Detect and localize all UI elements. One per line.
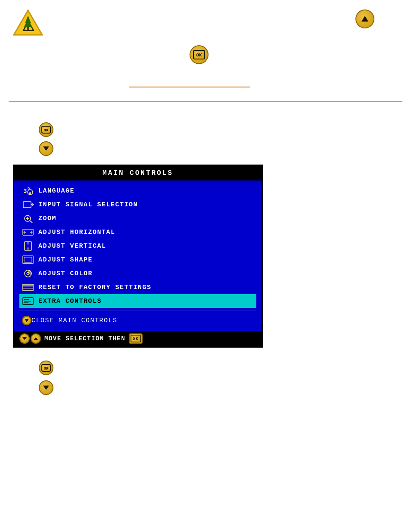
footer-instruction: MOVE SELECTION THEN [44,335,125,342]
svg-text:Ω: Ω [29,191,31,195]
menu-item-zoom[interactable]: ZOOM [19,212,256,225]
menu-item-adjust-color[interactable]: ADJUST COLOR [19,267,256,280]
menu-item-adjust-shape[interactable]: ADJUST SHAPE [19,253,256,267]
ok-icon-bottom[interactable]: OK [39,361,53,375]
svg-line-21 [30,221,32,223]
menu-item-zoom-label: ZOOM [38,215,56,222]
menu-item-adjust-horizontal[interactable]: ADJUST HORIZONTAL [19,225,256,239]
adjust-horizontal-icon [22,227,34,237]
svg-rect-39 [24,257,32,262]
svg-marker-50 [25,319,29,322]
pre-menu-steps: OK [0,114,411,156]
svg-text:OK: OK [133,337,139,341]
menu-item-language-label: LANGUAGE [38,187,75,195]
ok-icon-top[interactable]: OK [190,45,209,64]
close-label: CLOSE MAIN CONTROLS [31,317,118,324]
description-block [0,102,411,114]
step-down-arrow [39,141,398,156]
svg-text:OK: OK [44,128,49,133]
bottom-down-arrow [13,380,398,395]
menu-item-input-label: INPUT SIGNAL SELECTION [38,201,138,208]
bottom-section: OK [0,356,411,399]
menu-item-horiz-label: ADJUST HORIZONTAL [38,229,115,236]
menu-item-vert-label: ADJUST VERTICAL [38,243,106,250]
menu-item-language[interactable]: 3 ? Ω LANGUAGE [19,184,256,198]
osd-menu-divider [19,311,256,311]
down-arrow-icon-bottom[interactable] [39,380,53,395]
osd-menu-items: 3 ? Ω LANGUAGE INPUT SIGNAL SELECTION [14,180,262,331]
extra-controls-icon [22,296,34,306]
up-arrow-icon[interactable] [355,9,374,28]
menu-item-input-signal[interactable]: INPUT SIGNAL SELECTION [19,198,256,212]
osd-menu: MAIN CONTROLS 3 ? Ω LANGUAGE [13,165,263,348]
menu-item-close[interactable]: CLOSE MAIN CONTROLS [19,314,256,327]
svg-text:OK: OK [44,367,49,371]
header-section: ⚠ ! OK [0,0,411,95]
svg-text:OK: OK [196,53,202,58]
svg-marker-11 [43,146,49,151]
svg-marker-52 [34,337,38,340]
menu-item-reset-label: RESET TO FACTORY SETTINGS [38,284,152,291]
adjust-color-icon [22,269,34,278]
zoom-icon [22,214,34,223]
osd-footer: MOVE SELECTION THEN OK [14,331,262,346]
warning-icon: ⚠ ! [13,9,43,38]
close-icon [22,316,31,325]
step-ok-icon: OK [39,122,398,137]
svg-marker-6 [361,16,368,22]
menu-item-adjust-vertical[interactable]: ADJUST VERTICAL [19,239,256,253]
menu-item-shape-label: ADJUST SHAPE [38,256,93,264]
osd-title: MAIN CONTROLS [14,166,262,180]
menu-item-color-label: ADJUST COLOR [38,270,93,277]
language-icon: 3 ? Ω [22,186,34,196]
adjust-vertical-icon [22,241,34,251]
down-arrow-badge[interactable] [39,141,53,156]
input-signal-icon [22,200,34,209]
adjust-shape-icon [22,255,34,264]
ok-step-badge[interactable]: OK [39,122,53,137]
footer-up-icon [31,333,41,344]
menu-item-reset[interactable]: RESET TO FACTORY SETTINGS [19,280,256,294]
footer-ok-badge: OK [129,333,143,344]
reset-icon [22,283,34,292]
svg-marker-57 [43,386,49,390]
bottom-ok-step: OK [13,361,398,375]
orange-link[interactable] [129,80,250,89]
menu-item-extra-label: EXTRA CONTROLS [38,298,102,305]
footer-nav-icons [19,333,41,344]
menu-item-extra-controls[interactable]: EXTRA CONTROLS [19,294,256,308]
svg-rect-5 [27,27,29,30]
svg-rect-42 [22,284,34,290]
svg-rect-16 [23,202,31,208]
footer-down-icon [19,333,30,344]
svg-marker-51 [22,337,27,340]
